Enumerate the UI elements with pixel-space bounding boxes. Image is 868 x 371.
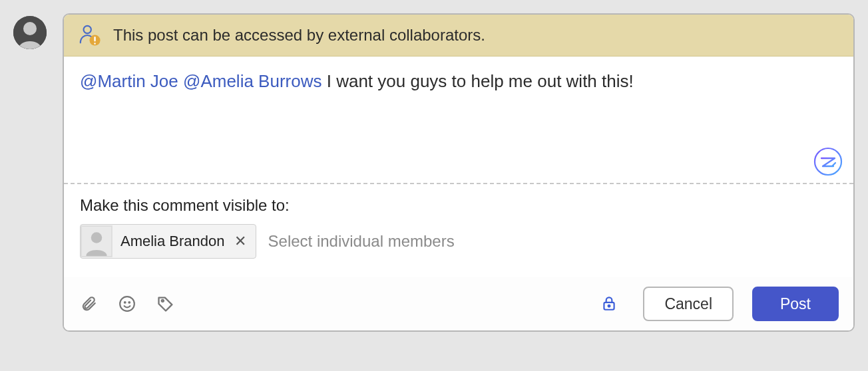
- author-avatar: [13, 16, 47, 49]
- mention[interactable]: @Martin Joe: [80, 71, 178, 91]
- chip-remove-icon[interactable]: ✕: [232, 233, 256, 250]
- post-button[interactable]: Post: [752, 287, 839, 321]
- external-warning-banner: This post can be accessed by external co…: [64, 15, 853, 57]
- visibility-input-placeholder[interactable]: Select individual members: [268, 232, 455, 251]
- attachment-icon[interactable]: [79, 294, 99, 314]
- visibility-chip-row[interactable]: Amelia Brandon ✕ Select individual membe…: [80, 224, 837, 259]
- svg-point-12: [162, 300, 164, 302]
- composer-textarea[interactable]: @Martin Joe @Amelia Burrows I want you g…: [64, 57, 853, 183]
- svg-point-9: [120, 297, 134, 311]
- svg-point-10: [124, 302, 126, 303]
- chip-name: Amelia Brandon: [112, 233, 232, 250]
- visibility-chip: Amelia Brandon ✕: [80, 224, 256, 259]
- external-warning-text: This post can be accessed by external co…: [113, 26, 485, 45]
- chip-avatar-icon: [81, 225, 112, 257]
- svg-rect-5: [94, 43, 95, 44]
- lock-icon[interactable]: [600, 295, 619, 313]
- composer-content: @Martin Joe @Amelia Burrows I want you g…: [80, 70, 837, 93]
- emoji-icon[interactable]: [117, 294, 137, 314]
- tag-icon[interactable]: [156, 294, 176, 314]
- visibility-panel: Make this comment visible to: Amelia Bra…: [64, 184, 853, 277]
- composer-body-text: I want you guys to help me out with this…: [327, 71, 634, 91]
- composer-toolbar: Cancel Post: [64, 277, 853, 330]
- post-composer: This post can be accessed by external co…: [63, 13, 855, 332]
- svg-point-14: [608, 305, 610, 307]
- svg-point-2: [84, 26, 91, 33]
- mention[interactable]: @Amelia Burrows: [183, 71, 322, 91]
- svg-point-6: [815, 148, 841, 175]
- post-composer-wrapper: This post can be accessed by external co…: [13, 13, 855, 332]
- cancel-button[interactable]: Cancel: [643, 287, 734, 321]
- visibility-label: Make this comment visible to:: [80, 196, 837, 215]
- svg-point-11: [128, 302, 130, 303]
- svg-rect-4: [94, 37, 95, 42]
- zia-assistant-icon[interactable]: [813, 147, 843, 176]
- svg-point-8: [91, 232, 102, 243]
- svg-point-1: [23, 22, 37, 35]
- external-user-warning-icon: [79, 24, 101, 47]
